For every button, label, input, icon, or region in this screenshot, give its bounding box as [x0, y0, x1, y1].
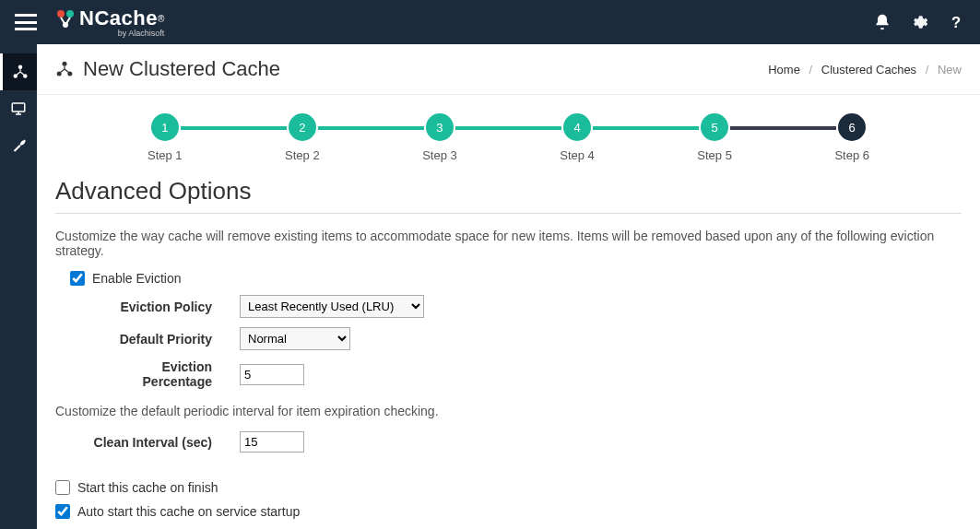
gear-icon[interactable]	[910, 13, 928, 31]
eviction-policy-label: Eviction Policy	[92, 300, 240, 314]
breadcrumb: Home / Clustered Caches / New	[768, 63, 962, 76]
brand-name: NCache	[79, 6, 158, 30]
clean-interval-description: Customize the default periodic interval …	[55, 404, 962, 418]
svg-point-8	[63, 62, 67, 66]
default-priority-label: Default Priority	[92, 332, 240, 347]
menu-toggle[interactable]	[15, 14, 37, 30]
start-on-finish-checkbox[interactable]	[55, 480, 70, 495]
brand-logo[interactable]: NCache ® by Alachisoft	[55, 6, 164, 38]
clean-interval-input[interactable]	[240, 431, 304, 453]
eviction-description: Customize the way cache will remove exis…	[55, 229, 962, 258]
sidebar-item-monitor[interactable]	[0, 90, 37, 127]
step-4[interactable]: 4 Step 4	[560, 113, 595, 162]
svg-point-1	[66, 10, 74, 18]
cluster-icon	[55, 60, 74, 78]
bell-icon[interactable]	[873, 13, 891, 31]
svg-point-2	[63, 22, 68, 28]
start-on-finish-label[interactable]: Start this cache on finish	[77, 480, 218, 495]
sidebar-item-cluster[interactable]	[0, 53, 37, 90]
enable-eviction-checkbox[interactable]	[70, 271, 85, 286]
step-3[interactable]: 3 Step 3	[422, 113, 457, 162]
svg-point-4	[18, 65, 22, 70]
logo-icon	[55, 8, 76, 29]
step-1[interactable]: 1 Step 1	[148, 113, 183, 162]
step-6[interactable]: 6 Step 6	[834, 113, 869, 162]
wizard-stepper: 1 Step 1 2 Step 2 3 Step 3 4 Step 4 5 St…	[37, 95, 980, 171]
topbar: NCache ® by Alachisoft ?	[0, 0, 980, 44]
main-content: New Clustered Cache Home / Clustered Cac…	[37, 44, 980, 529]
section-title: Advanced Options	[55, 177, 962, 214]
breadcrumb-clustered[interactable]: Clustered Caches	[821, 63, 916, 76]
eviction-policy-select[interactable]: Least Recently Used (LRU)	[240, 295, 424, 318]
page-header: New Clustered Cache Home / Clustered Cac…	[37, 44, 980, 95]
eviction-percentage-input[interactable]	[240, 364, 304, 385]
step-2[interactable]: 2 Step 2	[285, 113, 320, 162]
clean-interval-label: Clean Interval (sec)	[92, 435, 240, 450]
svg-text:?: ?	[951, 14, 961, 31]
page-title: New Clustered Cache	[83, 57, 280, 81]
breadcrumb-current: New	[938, 63, 962, 76]
help-icon[interactable]: ?	[947, 13, 965, 31]
auto-start-row: Auto start this cache on service startup	[55, 504, 962, 519]
default-priority-select[interactable]: Normal	[240, 327, 350, 350]
enable-eviction-row: Enable Eviction	[70, 271, 962, 286]
svg-point-0	[57, 10, 65, 18]
start-on-finish-row: Start this cache on finish	[55, 480, 962, 495]
breadcrumb-home[interactable]: Home	[768, 63, 800, 76]
step-5[interactable]: 5 Step 5	[697, 113, 732, 162]
eviction-percentage-label: Eviction Percentage	[92, 359, 240, 389]
sidebar-item-tools[interactable]	[0, 127, 37, 164]
svg-rect-7	[12, 103, 25, 112]
auto-start-checkbox[interactable]	[55, 504, 70, 519]
sidebar	[0, 44, 37, 529]
auto-start-label[interactable]: Auto start this cache on service startup	[77, 504, 300, 519]
enable-eviction-label[interactable]: Enable Eviction	[92, 271, 182, 286]
